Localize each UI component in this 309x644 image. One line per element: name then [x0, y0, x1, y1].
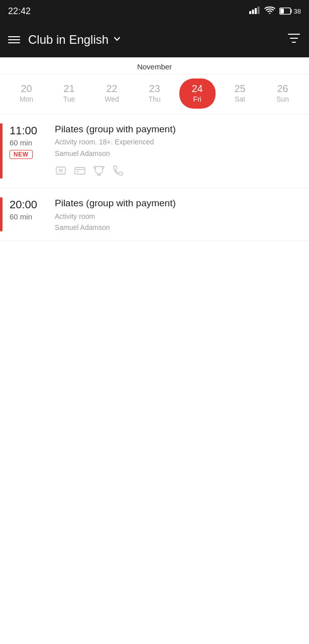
trophy-icon[interactable] — [93, 165, 105, 179]
day-cell-mon[interactable]: 20 Mon — [9, 78, 45, 109]
svg-rect-3 — [257, 7, 259, 14]
event-indicator-bar — [0, 123, 3, 179]
menu-button[interactable] — [8, 36, 20, 43]
day-name-tue: Tue — [63, 95, 75, 105]
day-num-25: 25 — [234, 83, 245, 95]
schedule-list: 11:00 60 min NEW Pilates (group with pay… — [0, 114, 309, 242]
event-actions-1 — [55, 165, 301, 179]
svg-point-4 — [269, 13, 270, 14]
month-label: November — [0, 57, 309, 74]
day-name-mon: Mon — [20, 95, 33, 105]
day-cell-wed[interactable]: 22 Wed — [94, 78, 130, 109]
event-detail-1: Activity room. 18+. Experienced — [55, 137, 301, 147]
club-title: Club in English — [28, 33, 109, 47]
time-block-2: 20:00 60 min — [10, 197, 55, 231]
event-trainer-1: Samuel Adamson — [55, 149, 301, 157]
day-num-22: 22 — [106, 83, 117, 95]
event-indicator-bar-2 — [0, 197, 3, 231]
signal-icon — [249, 6, 260, 16]
event-time-2: 20:00 — [10, 198, 37, 211]
svg-rect-2 — [255, 8, 257, 14]
header-left: Club in English — [8, 33, 122, 47]
day-num-23: 23 — [149, 83, 160, 95]
day-num-20: 20 — [21, 83, 32, 95]
day-name-wed: Wed — [105, 95, 119, 105]
event-info-1: Pilates (group with payment) Activity ro… — [55, 123, 301, 179]
day-num-21: 21 — [63, 83, 74, 95]
day-cell-sat[interactable]: 25 Sat — [222, 78, 258, 109]
battery-level: 38 — [294, 8, 301, 15]
new-badge-1: NEW — [10, 150, 33, 159]
day-cell-tue[interactable]: 21 Tue — [51, 78, 87, 109]
time-block-1: 11:00 60 min NEW — [10, 123, 55, 179]
calendar-strip: 20 Mon 21 Tue 22 Wed 23 Thu 24 Fri 25 Sa… — [0, 74, 309, 114]
event-time-1: 11:00 — [10, 124, 37, 137]
day-cell-sun[interactable]: 26 Sun — [265, 78, 301, 109]
event-title-1: Pilates (group with payment) — [55, 123, 301, 136]
day-name-thu: Thu — [148, 95, 160, 105]
day-num-26: 26 — [277, 83, 288, 95]
dropdown-arrow-icon — [113, 34, 122, 46]
svg-rect-1 — [252, 10, 254, 14]
day-name-sat: Sat — [235, 95, 245, 105]
day-num-24: 24 — [191, 83, 202, 95]
filter-button[interactable] — [287, 31, 301, 48]
battery-icon: 38 — [279, 8, 301, 15]
day-cell-fri[interactable]: 24 Fri — [179, 78, 216, 109]
svg-rect-10 — [75, 168, 85, 174]
club-selector[interactable]: Club in English — [28, 33, 122, 47]
cancel-ticket-icon[interactable] — [55, 165, 67, 179]
table-row[interactable]: 11:00 60 min NEW Pilates (group with pay… — [0, 114, 309, 188]
status-icons: 38 — [249, 6, 301, 16]
event-trainer-2: Samuel Adamson — [55, 223, 301, 231]
svg-rect-0 — [249, 11, 251, 14]
event-detail-2: Activity room — [55, 212, 301, 222]
day-name-fri: Fri — [193, 95, 201, 105]
phone-icon[interactable] — [112, 165, 124, 179]
payment-icon[interactable] — [74, 165, 86, 179]
status-bar: 22:42 38 — [0, 0, 309, 22]
event-title-2: Pilates (group with payment) — [55, 197, 301, 210]
svg-rect-6 — [280, 9, 284, 14]
day-name-sun: Sun — [276, 95, 289, 105]
event-info-2: Pilates (group with payment) Activity ro… — [55, 197, 301, 231]
status-time: 22:42 — [8, 6, 31, 17]
day-cell-thu[interactable]: 23 Thu — [137, 78, 173, 109]
event-duration-2: 60 min — [10, 212, 32, 221]
table-row[interactable]: 20:00 60 min Pilates (group with payment… — [0, 188, 309, 241]
app-header: Club in English — [0, 22, 309, 57]
event-duration-1: 60 min — [10, 138, 32, 147]
wifi-icon — [264, 6, 275, 16]
